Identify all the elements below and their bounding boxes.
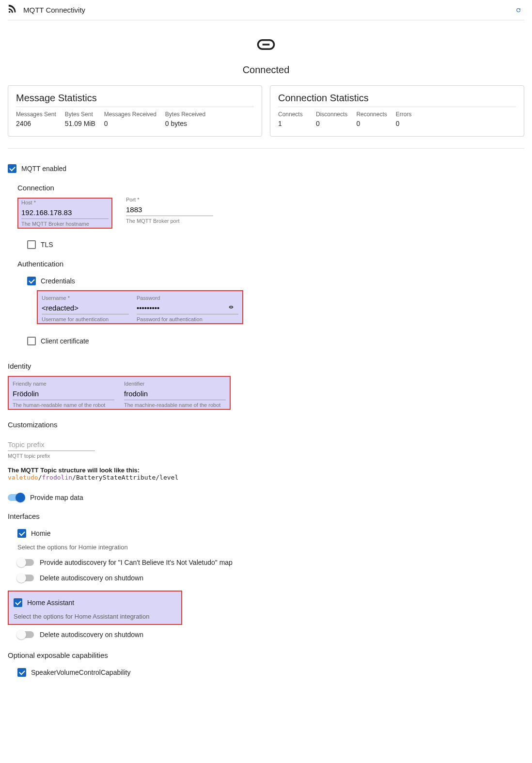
toggle-label: Delete autodiscovery on shutdown	[40, 631, 143, 638]
homie-delete-autodiscovery-toggle[interactable]: Delete autodiscovery on shutdown	[17, 574, 143, 582]
refresh-icon	[516, 5, 521, 15]
password-input[interactable]	[137, 302, 238, 314]
app-icon	[8, 4, 18, 16]
rss-icon	[8, 4, 18, 15]
stat-value: 0	[316, 120, 347, 127]
username-input[interactable]	[42, 302, 129, 314]
app-header: MQTT Connectivity	[8, 0, 524, 20]
field-label: Identifier	[124, 381, 144, 387]
field-helper: MQTT topic prefix	[8, 453, 95, 459]
stat-value: 0 bytes	[165, 120, 205, 127]
stat-value: 0	[104, 120, 156, 127]
connection-statistics-card: Connection Statistics Connects1 Disconne…	[270, 85, 524, 137]
refresh-button[interactable]	[513, 4, 524, 16]
toggle-label: Provide map data	[30, 494, 83, 501]
stat-label: Bytes Received	[165, 111, 205, 118]
field-label: Friendly name	[13, 381, 47, 387]
homie-checkbox[interactable]: Homie	[17, 529, 50, 538]
checkbox-label: Credentials	[41, 277, 75, 285]
checkbox-label: MQTT enabled	[21, 165, 66, 172]
card-title: Connection Statistics	[278, 93, 516, 104]
field-label: Port *	[126, 197, 140, 202]
toggle-label: Delete autodiscovery on shutdown	[40, 574, 143, 582]
field-helper: The human-readable name of the robot	[13, 402, 114, 408]
checkbox-label: Client certificate	[41, 337, 89, 345]
checkbox-label: Homie	[31, 529, 50, 537]
field-label: Password	[137, 295, 160, 301]
speaker-volume-capability-checkbox[interactable]: SpeakerVolumeControlCapability	[17, 668, 130, 677]
stat-value: 0	[356, 120, 387, 127]
identifier-input[interactable]	[124, 388, 226, 400]
stat-value: 2406	[16, 120, 56, 127]
toggle-label: Provide autodiscovery for "I Can't Belie…	[40, 559, 233, 566]
checkbox-label: TLS	[41, 241, 53, 249]
stat-value: 1	[278, 120, 307, 127]
field-label: Username *	[42, 295, 70, 301]
checkbox-label: SpeakerVolumeControlCapability	[31, 669, 130, 676]
field-label: Host *	[21, 200, 36, 205]
interfaces-heading: Interfaces	[8, 512, 524, 520]
stat-label: Connects	[278, 111, 307, 118]
ha-note: Select the options for Home Assistant in…	[14, 613, 176, 620]
port-input[interactable]	[126, 203, 213, 216]
stat-label: Bytes Sent	[65, 111, 95, 118]
connection-status: Connected	[8, 64, 524, 76]
eye-icon	[229, 302, 234, 312]
page-title: MQTT Connectivity	[23, 6, 85, 14]
optional-caps-heading: Optional exposable capabilities	[8, 651, 524, 659]
stat-label: Reconnects	[356, 111, 387, 118]
connection-heading: Connection	[17, 184, 524, 192]
credentials-checkbox[interactable]: Credentials	[27, 277, 75, 285]
ha-delete-autodiscovery-toggle[interactable]: Delete autodiscovery on shutdown	[17, 631, 143, 638]
provide-map-data-toggle[interactable]: Provide map data	[8, 494, 83, 501]
message-statistics-card: Message Statistics Messages Sent2406 Byt…	[8, 85, 262, 137]
field-helper: The MQTT Broker hostname	[21, 221, 109, 227]
stat-label: Disconnects	[316, 111, 347, 118]
home-assistant-checkbox[interactable]: Home Assistant	[14, 598, 74, 607]
stat-value: 51.09 MiB	[65, 120, 95, 127]
checkbox-label: Home Assistant	[27, 599, 74, 607]
field-helper: Password for authentication	[137, 316, 238, 322]
customizations-heading: Customizations	[8, 420, 524, 429]
field-helper: Username for authentication	[42, 316, 129, 322]
client-certificate-checkbox[interactable]: Client certificate	[27, 337, 89, 345]
host-input[interactable]	[21, 206, 109, 219]
stat-value: 0	[396, 120, 425, 127]
mqtt-enabled-checkbox[interactable]: MQTT enabled	[8, 164, 66, 173]
stat-label: Messages Sent	[16, 111, 56, 118]
field-helper: The MQTT Broker port	[126, 218, 213, 224]
stat-label: Messages Received	[104, 111, 156, 118]
topic-prefix-input[interactable]	[8, 438, 95, 451]
authentication-heading: Authentication	[17, 260, 524, 268]
field-helper: The machine-readable name of the robot	[124, 402, 226, 408]
topic-structure-example: valetudo/frodolin/BatteryStateAttribute/…	[8, 474, 524, 481]
homie-note: Select the options for Homie integration	[17, 544, 524, 551]
topic-structure-intro: The MQTT Topic structure will look like …	[8, 467, 524, 474]
tls-checkbox[interactable]: TLS	[27, 240, 53, 249]
homie-map-autodiscovery-toggle[interactable]: Provide autodiscovery for "I Can't Belie…	[17, 559, 233, 566]
card-title: Message Statistics	[16, 93, 254, 104]
link-icon	[255, 34, 277, 57]
toggle-password-visibility-button[interactable]	[226, 302, 236, 312]
identity-heading: Identity	[8, 362, 524, 370]
friendly-name-input[interactable]	[13, 388, 114, 400]
stat-label: Errors	[396, 111, 425, 118]
